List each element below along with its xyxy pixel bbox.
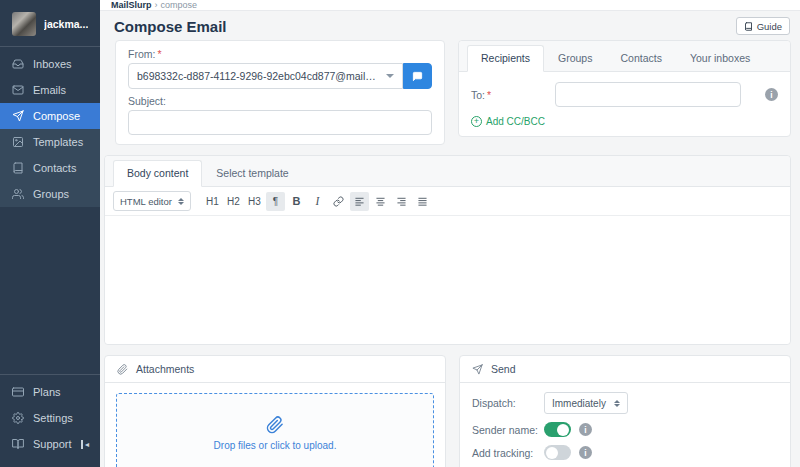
- sidebar-item-label: Support: [33, 438, 72, 450]
- chevron-down-icon: [386, 74, 394, 78]
- add-cc-bcc-link[interactable]: + Add CC/BCC: [471, 116, 778, 127]
- breadcrumb-separator: ›: [155, 0, 158, 10]
- attachments-title: Attachments: [136, 363, 194, 375]
- bold-button[interactable]: B: [287, 192, 306, 211]
- align-left-button[interactable]: [350, 192, 369, 211]
- tab-groups[interactable]: Groups: [544, 45, 606, 72]
- sidebar-item-compose[interactable]: Compose: [0, 103, 100, 129]
- chat-bubble-icon: [412, 71, 423, 82]
- sidebar-item-plans[interactable]: Plans: [0, 379, 100, 405]
- info-icon[interactable]: i: [765, 88, 778, 101]
- h2-button[interactable]: H2: [224, 192, 243, 211]
- sidebar-item-emails[interactable]: Emails: [0, 77, 100, 103]
- link-button[interactable]: [329, 192, 348, 211]
- add-tracking-toggle[interactable]: [544, 445, 571, 460]
- recipients-panel: Recipients Groups Contacts Your inboxes …: [458, 40, 791, 137]
- sidebar-item-label: Contacts: [33, 162, 76, 174]
- h1-button[interactable]: H1: [203, 192, 222, 211]
- attachments-panel: Attachments Drop files or click to uploa…: [104, 355, 446, 467]
- body-editor[interactable]: [105, 216, 790, 344]
- user-menu[interactable]: jackma...: [0, 0, 100, 46]
- tab-your-inboxes[interactable]: Your inboxes: [676, 45, 764, 72]
- dropzone-text: Drop files or click to upload.: [214, 440, 337, 451]
- align-center-button[interactable]: [371, 192, 390, 211]
- collapse-sidebar-icon[interactable]: ◄: [81, 440, 91, 449]
- sidebar-item-contacts[interactable]: Contacts: [0, 155, 100, 181]
- h3-button[interactable]: H3: [245, 192, 264, 211]
- breadcrumb: MailSlurp › compose: [100, 0, 800, 11]
- sidebar-item-settings[interactable]: Settings: [0, 405, 100, 431]
- support-icon: [12, 438, 24, 450]
- to-input[interactable]: [555, 82, 741, 107]
- italic-button[interactable]: I: [308, 192, 327, 211]
- editor-mode-select[interactable]: HTML editor: [113, 191, 191, 211]
- align-left-icon: [354, 196, 365, 207]
- plus-circle-icon: +: [471, 116, 482, 127]
- main-content: MailSlurp › compose Compose Email Guide …: [100, 0, 800, 467]
- tab-select-template[interactable]: Select template: [202, 160, 302, 187]
- paperclip-icon: [266, 416, 284, 434]
- sender-name-toggle[interactable]: [544, 422, 571, 437]
- guide-button[interactable]: Guide: [736, 17, 790, 35]
- info-icon[interactable]: i: [579, 423, 592, 436]
- tab-body-content[interactable]: Body content: [113, 160, 202, 187]
- sidebar-item-label: Templates: [33, 136, 83, 148]
- send-panel: Send Dispatch: Immediately Sender name: …: [459, 355, 791, 467]
- tab-contacts[interactable]: Contacts: [606, 45, 675, 72]
- align-center-icon: [375, 196, 386, 207]
- sidebar-item-label: Plans: [33, 386, 61, 398]
- select-caret-icon: [614, 400, 620, 407]
- sidebar-item-label: Groups: [33, 188, 69, 200]
- groups-icon: [12, 188, 24, 200]
- sidebar-item-templates[interactable]: Templates: [0, 129, 100, 155]
- attachments-header: Attachments: [105, 356, 445, 383]
- align-right-button[interactable]: [392, 192, 411, 211]
- sidebar-item-label: Compose: [33, 110, 80, 122]
- inbox-chat-button[interactable]: [403, 63, 432, 89]
- recipients-tabs: Recipients Groups Contacts Your inboxes: [459, 41, 790, 72]
- from-panel: From:* b698332c-d887-4112-9296-92ebc04cd…: [115, 40, 445, 145]
- inbox-icon: [12, 58, 24, 70]
- upload-dropzone[interactable]: Drop files or click to upload.: [116, 393, 434, 467]
- paperclip-icon: [117, 364, 128, 375]
- from-select[interactable]: b698332c-d887-4112-9296-92ebc04cd877@mai…: [128, 63, 403, 89]
- subject-input[interactable]: [128, 110, 432, 135]
- send-header: Send: [460, 356, 790, 383]
- avatar[interactable]: [12, 12, 36, 36]
- add-cc-bcc-label: Add CC/BCC: [486, 116, 545, 127]
- guide-button-label: Guide: [757, 21, 782, 32]
- sidebar: jackma... Inboxes Emails Compose Templat…: [0, 0, 100, 467]
- user-name: jackma...: [44, 18, 88, 30]
- breadcrumb-root[interactable]: MailSlurp: [111, 0, 152, 10]
- gear-icon: [12, 412, 24, 424]
- sidebar-item-label: Inboxes: [33, 58, 72, 70]
- required-mark: *: [487, 89, 491, 101]
- app-root: jackma... Inboxes Emails Compose Templat…: [0, 0, 800, 467]
- page-title: Compose Email: [114, 18, 227, 35]
- sidebar-item-label: Emails: [33, 84, 66, 96]
- contacts-icon: [12, 162, 24, 174]
- from-select-value: b698332c-d887-4112-9296-92ebc04cd877@mai…: [137, 70, 380, 82]
- sidebar-item-groups[interactable]: Groups: [0, 181, 100, 207]
- send-title: Send: [491, 363, 516, 375]
- tab-recipients[interactable]: Recipients: [467, 45, 544, 72]
- emails-icon: [12, 84, 24, 96]
- body-panel: Body content Select template HTML editor…: [104, 155, 791, 345]
- align-justify-button[interactable]: [413, 192, 432, 211]
- dispatch-select[interactable]: Immediately: [544, 392, 628, 414]
- sidebar-item-inboxes[interactable]: Inboxes: [0, 51, 100, 77]
- page-header: Compose Email Guide: [100, 11, 800, 40]
- sidebar-item-support[interactable]: Support ◄: [0, 431, 100, 457]
- paragraph-button[interactable]: ¶: [266, 192, 285, 211]
- info-icon[interactable]: i: [579, 446, 592, 459]
- sender-name-label: Sender name:: [472, 424, 544, 436]
- select-caret-icon: [178, 198, 184, 205]
- sidebar-footer: Plans Settings Support ◄: [0, 374, 100, 467]
- required-mark: *: [157, 48, 161, 60]
- breadcrumb-current: compose: [161, 0, 198, 10]
- add-tracking-label: Add tracking:: [472, 447, 544, 459]
- to-label: To:*: [471, 89, 555, 101]
- editor-mode-value: HTML editor: [120, 196, 172, 207]
- align-justify-icon: [417, 196, 428, 207]
- divider: [0, 374, 100, 375]
